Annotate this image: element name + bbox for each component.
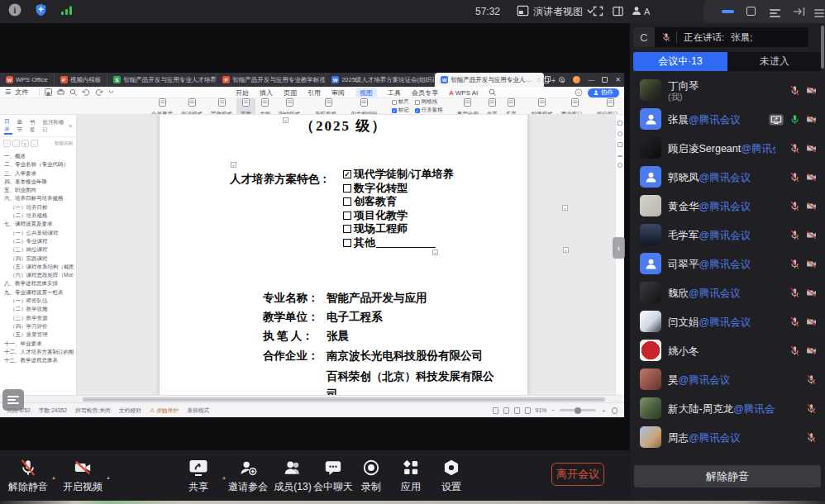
ribbon-tab-页面[interactable]: 页面 (284, 88, 297, 97)
status-item[interactable]: 拼写检查:关闭 (75, 407, 111, 415)
toolbar-camera-button[interactable]: 开启视频▲ (56, 457, 109, 494)
redo-icon[interactable] (95, 88, 103, 96)
mic-muted-icon[interactable] (806, 432, 817, 443)
fit-page-icon[interactable] (612, 407, 618, 414)
mic-muted-icon[interactable] (789, 230, 800, 240)
view-tool-导航窗格[interactable]: 导航窗格 ⌄ (311, 98, 346, 115)
view-tool-护眼模式[interactable]: 护眼模式 (527, 98, 557, 115)
view-tool-多页[interactable]: 多页 (502, 98, 521, 115)
camera-off-icon[interactable] (806, 259, 817, 269)
mic-muted-icon[interactable] (789, 201, 800, 212)
view-checkbox-网格线[interactable]: 网格线 (415, 98, 443, 106)
outline-item[interactable]: （一）师资队伍 (2, 297, 74, 305)
participant-row[interactable]: 周志@腾讯会议 (630, 423, 825, 452)
camera-off-icon[interactable] (806, 316, 817, 327)
nav-tab-目录[interactable]: 目录 (4, 118, 12, 135)
participant-row[interactable]: 顾启凌Sergeant@腾讯会议 (630, 134, 825, 163)
mic-muted-icon[interactable] (789, 288, 800, 298)
view-tool-全屏显示[interactable]: 全屏显示 (147, 98, 177, 115)
camera-off-icon[interactable] (806, 288, 817, 298)
outline-item[interactable]: （四）学习评价 (2, 322, 74, 330)
leave-meeting-button[interactable]: 离开会议 (551, 463, 604, 486)
outline-item[interactable]: （五）质量管理 (2, 330, 74, 339)
tab-in-meeting[interactable]: 会议中·13 (633, 52, 727, 71)
wps-doc-tab[interactable]: P 视频内模板 (55, 73, 108, 87)
outline-item[interactable]: 三、入学要求 (2, 169, 74, 178)
collapse-sidebar-icon[interactable] (793, 6, 806, 17)
comment-marker-icon[interactable]: + (563, 247, 569, 253)
participant-row[interactable]: 姚小冬 (630, 336, 825, 365)
minimize-icon[interactable] (722, 10, 734, 13)
tool-icon[interactable] (618, 142, 622, 147)
outline-item[interactable]: （三）教学资源 (2, 314, 74, 322)
view-tool-大纲[interactable]: 大纲 (255, 98, 274, 115)
view-icon[interactable] (503, 407, 509, 414)
outline-item[interactable]: 四、基本修业年限 (2, 178, 74, 186)
outline-item[interactable]: （三）岗位课程 (2, 245, 74, 254)
participant-row[interactable]: 丁向琴(我) (630, 76, 825, 105)
minus-icon[interactable]: − (31, 140, 38, 147)
zoom-slider[interactable] (560, 409, 596, 411)
info-icon[interactable]: i (8, 3, 21, 20)
outline-item[interactable]: （一）公共基础课程 (2, 229, 74, 237)
mic-muted-icon[interactable] (789, 143, 800, 154)
wps-document-canvas[interactable]: （2025 级） 人才培养方案特色： ✓现代学徒制/订单培养数字化转型创客教育项… (77, 115, 615, 395)
mic-muted-icon[interactable] (789, 345, 800, 356)
outline-item[interactable]: 六、培养目标与培养规格 (2, 194, 74, 202)
wps-minimize-icon[interactable]: — (588, 76, 594, 83)
mic-muted-icon[interactable] (789, 85, 800, 96)
hamburger-icon[interactable]: ☰ (5, 88, 11, 96)
participant-row[interactable]: 昊@腾讯会议 (630, 365, 825, 394)
meeting-float-toolbar-handle[interactable] (2, 389, 24, 411)
mic-active-icon[interactable] (789, 114, 800, 125)
comment-marker-icon[interactable]: + (283, 117, 289, 123)
outline-item[interactable]: 七、课程设置及要求 (2, 220, 74, 228)
ribbon-tab-会员专享[interactable]: 会员专享 (412, 88, 438, 97)
scrollbar-thumb[interactable] (83, 397, 605, 402)
undo-icon[interactable] (82, 88, 90, 96)
view-checkbox-标尺[interactable]: 标尺 (392, 98, 409, 106)
tab-not-joined[interactable]: 未进入 (727, 52, 822, 71)
view-tool-阅读模式[interactable]: 阅读模式 (177, 98, 207, 115)
camera-off-icon[interactable] (806, 85, 817, 96)
outline-item[interactable]: （四）实践课程 (2, 254, 74, 263)
list-icon[interactable]: ≡ (21, 140, 29, 147)
outline-item[interactable]: 八、教学进程总体安排 (2, 279, 74, 288)
tool-icon[interactable] (618, 121, 622, 126)
view-mode-switch[interactable]: 演讲者视图 (517, 3, 594, 20)
fullscreen-icon[interactable] (592, 5, 604, 21)
maximize-icon[interactable] (746, 7, 756, 16)
ribbon-tab-引用[interactable]: 引用 (308, 88, 321, 97)
view-icon[interactable] (514, 407, 520, 414)
nav-tab-批注和修订[interactable]: 批注和修订 (42, 119, 64, 134)
sync-status-icon[interactable] (575, 88, 583, 97)
toolbar-share-button[interactable]: 共享▲ (172, 457, 225, 494)
save-icon[interactable] (45, 88, 52, 96)
caret-up-icon[interactable]: ▲ (106, 475, 111, 480)
wps-orange-logo-icon[interactable] (573, 76, 580, 83)
view-tool-显示比例[interactable]: 显示比例 (453, 98, 483, 115)
view-tool-AI文档编辑[interactable]: AI文档编辑 (347, 98, 382, 115)
camera-off-icon[interactable] (806, 114, 817, 125)
chevron-down-icon[interactable] (108, 90, 114, 94)
document-page[interactable]: （2025 级） 人才培养方案特色： ✓现代学徒制/订单培养数字化转型创客教育项… (160, 115, 527, 395)
zoom-out-button[interactable]: − (551, 407, 555, 413)
mic-muted-icon[interactable] (789, 172, 800, 183)
camera-off-icon[interactable] (806, 201, 817, 212)
outline-item[interactable]: 五、职业面向 (2, 186, 74, 194)
wps-doc-tab[interactable]: P 智能产品开发与应用专业教学标准… (217, 73, 326, 87)
collapse-icon[interactable]: ︿ (12, 140, 20, 147)
comment-marker-icon[interactable]: + (562, 205, 568, 211)
wps-doc-tab[interactable]: W 2025级人才培养方案论证会(组织表… (326, 73, 435, 87)
ribbon-tab-工具[interactable]: 工具 (388, 88, 401, 97)
participant-row[interactable]: 郭晓凤@腾讯会议 (630, 163, 825, 192)
toolbar-unmute-button[interactable]: 解除静音▲ (2, 457, 55, 494)
print-icon[interactable] (57, 88, 64, 96)
outline-item[interactable]: （一）培养目标 (2, 203, 74, 212)
gear-icon[interactable] (558, 76, 565, 83)
status-item[interactable]: 文档校对 (119, 407, 141, 415)
view-tool-Web版式[interactable]: Web版式 (274, 98, 304, 115)
expand-icon[interactable]: ﹀ (3, 140, 11, 147)
zoom-slider-knob[interactable] (575, 407, 581, 414)
wps-doc-tab[interactable]: W 智能产品开发与应用专业人…☆✕ (435, 73, 544, 87)
